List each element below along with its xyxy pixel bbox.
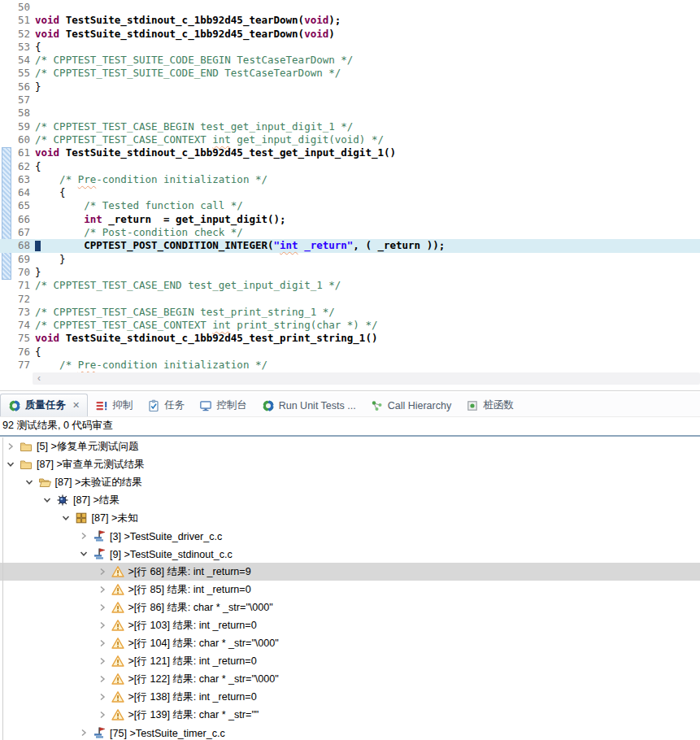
line-number[interactable]: 54: [0, 54, 35, 67]
tree-row[interactable]: >[行 86] 结果: char * _str="\000": [0, 599, 700, 616]
tree-row[interactable]: [87] >结果: [0, 491, 700, 509]
line-number[interactable]: 68: [0, 239, 35, 252]
code-text[interactable]: {: [35, 346, 41, 358]
chevron-down-icon[interactable]: [41, 494, 53, 506]
tab-stub-functions[interactable]: 桩函数: [459, 394, 521, 416]
tab-call-hierarchy[interactable]: Call Hierarchy: [363, 394, 459, 416]
tab-console[interactable]: 控制台: [192, 394, 254, 416]
line-number[interactable]: 53: [0, 41, 35, 54]
code-text[interactable]: /* CPPTEST_TEST_CASE_BEGIN test_get_inpu…: [35, 120, 353, 133]
code-text[interactable]: /* CPPTEST_TEST_CASE_CONTEXT int get_inp…: [35, 133, 384, 146]
code-editor[interactable]: 5051void TestSuite_stdinout_c_1bb92d45_t…: [0, 0, 700, 372]
line-number[interactable]: 70: [0, 266, 35, 279]
code-text[interactable]: /* CPPTEST_TEST_CASE_END test_get_input_…: [35, 279, 341, 291]
tree-row[interactable]: [3] >TestSuite_driver_c.c: [0, 527, 700, 545]
code-text[interactable]: {: [35, 160, 41, 172]
code-text[interactable]: void TestSuite_stdinout_c_1bb92d45_test_…: [35, 332, 377, 344]
code-text[interactable]: {: [35, 186, 66, 198]
tree-row[interactable]: >[行 68] 结果: int _return=9: [0, 563, 700, 581]
chevron-right-icon[interactable]: [97, 638, 108, 649]
code-text[interactable]: {: [35, 41, 41, 53]
tab-suppressions[interactable]: 抑制: [88, 394, 140, 416]
line-number[interactable]: 62: [0, 160, 35, 173]
chevron-right-icon[interactable]: [97, 673, 108, 685]
chevron-right-icon[interactable]: [97, 709, 108, 720]
line-number[interactable]: 64: [0, 186, 35, 199]
line-number[interactable]: 50: [0, 1, 35, 14]
code-text[interactable]: /* Pre-condition initialization */: [35, 359, 267, 371]
horizontal-scrollbar[interactable]: ‹: [33, 372, 700, 385]
code-text[interactable]: /* CPPTEST_TEST_CASE_BEGIN test_print_st…: [35, 306, 335, 318]
line-number[interactable]: 65: [0, 199, 35, 212]
tree-row[interactable]: >[行 85] 结果: int _return=0: [0, 581, 700, 599]
tab-run-unit-tests[interactable]: Run Unit Tests ...: [254, 394, 363, 416]
code-text[interactable]: int _return = get_input_digit();: [35, 213, 286, 225]
line-number[interactable]: 72: [0, 293, 35, 306]
tree-row[interactable]: >[行 103] 结果: int _return=0: [0, 616, 700, 634]
tree-row[interactable]: [75] >TestSuite_timer_c.c: [0, 724, 700, 740]
chevron-right-icon[interactable]: [78, 530, 89, 542]
line-number[interactable]: 56: [0, 81, 35, 94]
code-text[interactable]: }: [35, 81, 41, 93]
tree-row[interactable]: >[行 121] 结果: int _return=0: [0, 652, 700, 670]
tree-row[interactable]: [9] >TestSuite_stdinout_c.c: [0, 545, 700, 563]
tree-row[interactable]: >[行 138] 结果: int _return=0: [0, 688, 700, 706]
tree-row-label: [75] >TestSuite_timer_c.c: [110, 727, 225, 739]
chevron-down-icon[interactable]: [60, 512, 72, 524]
code-text[interactable]: /* Tested function call */: [35, 199, 243, 211]
chevron-right-icon[interactable]: [97, 566, 108, 577]
code-text[interactable]: /* CPPTEST_TEST_SUITE_CODE_BEGIN TestCas…: [35, 54, 353, 66]
line-number[interactable]: 67: [0, 226, 35, 239]
code-text[interactable]: void TestSuite_stdinout_c_1bb92d45_tearD…: [35, 28, 335, 40]
line-number[interactable]: 77: [0, 359, 35, 372]
code-text[interactable]: /* Pre-condition initialization */: [35, 173, 267, 185]
chevron-right-icon[interactable]: [97, 602, 108, 613]
line-number[interactable]: 55: [0, 67, 35, 80]
line-number[interactable]: 52: [0, 28, 35, 41]
chevron-right-icon[interactable]: [97, 584, 108, 595]
line-number[interactable]: 76: [0, 346, 35, 359]
chevron-right-icon[interactable]: [97, 655, 108, 667]
line-number[interactable]: 66: [0, 213, 35, 226]
line-number[interactable]: 59: [0, 120, 35, 133]
tree-row[interactable]: >[行 122] 结果: char * _str="\000": [0, 670, 700, 688]
code-text[interactable]: void TestSuite_stdinout_c_1bb92d45_test_…: [35, 146, 396, 159]
close-icon[interactable]: ✕: [72, 400, 80, 411]
chevron-down-icon[interactable]: [78, 548, 89, 559]
line-number[interactable]: 71: [0, 279, 35, 292]
chevron-down-icon[interactable]: [24, 477, 35, 488]
line-number[interactable]: 58: [0, 107, 35, 120]
line-number[interactable]: 74: [0, 319, 35, 332]
code-text[interactable]: /* Post-condition check */: [35, 226, 243, 238]
code-text[interactable]: /* CPPTEST_TEST_CASE_CONTEXT int print_s…: [35, 319, 377, 331]
tab-quality-tasks[interactable]: 质量任务✕: [0, 394, 88, 416]
line-number[interactable]: 69: [0, 253, 35, 266]
chevron-right-icon[interactable]: [78, 727, 89, 738]
summary-tree-sash[interactable]: [0, 435, 700, 437]
chevron-right-icon[interactable]: [97, 620, 108, 631]
code-text[interactable]: }: [35, 266, 41, 278]
tree-row[interactable]: >[行 104] 结果: char * _str="\000": [0, 634, 700, 652]
chevron-down-icon[interactable]: [5, 459, 16, 470]
tab-tasks[interactable]: 任务: [140, 394, 192, 416]
tree-row[interactable]: [87] >审查单元测试结果: [0, 455, 700, 473]
chevron-right-icon[interactable]: [5, 441, 16, 452]
tree-row[interactable]: [87] >未知: [0, 509, 700, 527]
line-number[interactable]: 51: [0, 14, 35, 27]
code-text[interactable]: void TestSuite_stdinout_c_1bb92d45_tearD…: [35, 14, 341, 26]
code-token: void: [35, 14, 59, 26]
line-number[interactable]: 63: [0, 173, 35, 186]
tree-row[interactable]: [5] >修复单元测试问题: [0, 437, 700, 455]
tree-row[interactable]: [87] >未验证的结果: [0, 473, 700, 491]
line-number[interactable]: 73: [0, 306, 35, 319]
chevron-right-icon[interactable]: [97, 691, 108, 703]
code-text[interactable]: CPPTEST_POST_CONDITION_INTEGER("int _ret…: [35, 239, 445, 251]
tree-row[interactable]: >[行 139] 结果: char * _str="": [0, 706, 700, 724]
line-number[interactable]: 75: [0, 332, 35, 345]
scroll-left-icon[interactable]: ‹: [33, 372, 41, 385]
line-number[interactable]: 60: [0, 133, 35, 146]
code-text[interactable]: }: [35, 253, 66, 265]
line-number[interactable]: 57: [0, 94, 35, 107]
line-number[interactable]: 61: [0, 146, 35, 159]
code-text[interactable]: /* CPPTEST_TEST_SUITE_CODE_END TestCaseT…: [35, 67, 341, 79]
